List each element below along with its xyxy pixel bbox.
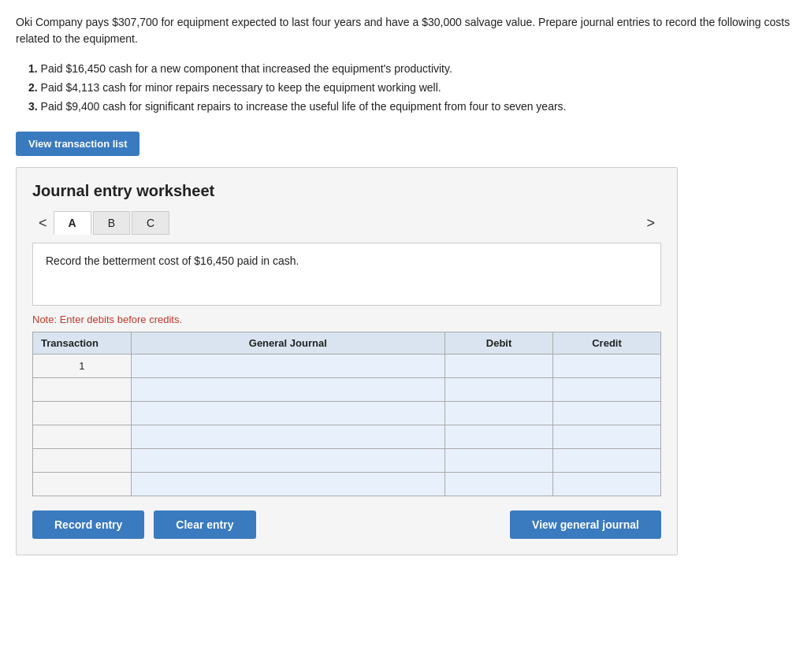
credit-input[interactable] [553,355,660,377]
col-header-debit: Debit [445,332,553,355]
table-row: 1 [33,355,661,378]
tab-content-text: Record the betterment cost of $16,450 pa… [46,254,299,267]
debit-input[interactable] [445,402,552,425]
worksheet-title: Journal entry worksheet [32,182,661,200]
general-journal-input[interactable] [132,355,445,377]
tab-content-box: Record the betterment cost of $16,450 pa… [32,243,661,306]
credit-input[interactable] [553,449,660,472]
transaction-cell [33,378,132,402]
note-text: Note: Enter debits before credits. [32,314,661,325]
credit-cell[interactable] [553,378,661,402]
debit-input[interactable] [445,425,552,448]
credit-cell[interactable] [553,355,661,378]
credit-input[interactable] [553,378,660,401]
credit-cell[interactable] [553,473,661,496]
numbered-item-3: 3. Paid $9,400 cash for significant repa… [28,98,791,117]
general-journal-input[interactable] [132,425,445,448]
transaction-cell [33,449,132,473]
debit-input[interactable] [445,449,552,472]
intro-text: Oki Company pays $307,700 for equipment … [16,14,791,47]
debit-cell[interactable] [445,449,553,473]
general-journal-cell[interactable] [131,425,445,449]
debit-cell[interactable] [445,473,553,496]
debit-cell[interactable] [445,402,553,425]
general-journal-input[interactable] [132,378,445,401]
table-row [33,473,661,496]
credit-cell[interactable] [553,402,661,425]
general-journal-cell[interactable] [131,378,445,402]
table-row [33,378,661,402]
view-general-journal-button[interactable]: View general journal [510,510,661,539]
debit-cell[interactable] [445,378,553,402]
general-journal-cell[interactable] [131,402,445,425]
general-journal-input[interactable] [132,449,445,472]
journal-entry-worksheet: Journal entry worksheet < A B C > Record… [16,167,678,555]
table-row [33,402,661,425]
debit-input[interactable] [445,378,552,401]
general-journal-cell[interactable] [131,473,445,496]
tab-prev-button[interactable]: < [32,213,54,233]
transaction-cell [33,473,132,496]
tab-b[interactable]: B [93,211,130,235]
col-header-general-journal: General Journal [131,332,445,355]
col-header-transaction: Transaction [33,332,132,355]
credit-input[interactable] [553,425,660,448]
bottom-buttons: Record entry Clear entry View general jo… [32,510,661,539]
general-journal-input[interactable] [132,402,445,425]
credit-input[interactable] [553,402,660,425]
debit-cell[interactable] [445,425,553,449]
credit-input[interactable] [553,473,660,496]
tab-c[interactable]: C [132,211,169,235]
general-journal-cell[interactable] [131,449,445,473]
col-header-credit: Credit [553,332,661,355]
tabs-nav: < A B C > [32,211,661,235]
table-row [33,425,661,449]
debit-input[interactable] [445,355,552,377]
numbered-items: 1. Paid $16,450 cash for a new component… [28,60,791,116]
numbered-item-1: 1. Paid $16,450 cash for a new component… [28,60,791,79]
journal-table: Transaction General Journal Debit Credit… [32,332,661,496]
general-journal-input[interactable] [132,473,445,496]
general-journal-cell[interactable] [131,355,445,378]
credit-cell[interactable] [553,449,661,473]
clear-entry-button[interactable]: Clear entry [154,510,255,539]
record-entry-button[interactable]: Record entry [32,510,144,539]
tab-a[interactable]: A [54,211,91,235]
transaction-cell: 1 [33,355,132,378]
credit-cell[interactable] [553,425,661,449]
view-transaction-list-button[interactable]: View transaction list [16,132,139,156]
debit-cell[interactable] [445,355,553,378]
debit-input[interactable] [445,473,552,496]
numbered-item-2: 2. Paid $4,113 cash for minor repairs ne… [28,79,791,98]
transaction-cell [33,425,132,449]
tab-next-button[interactable]: > [640,213,661,233]
table-row [33,449,661,473]
transaction-cell [33,402,132,425]
